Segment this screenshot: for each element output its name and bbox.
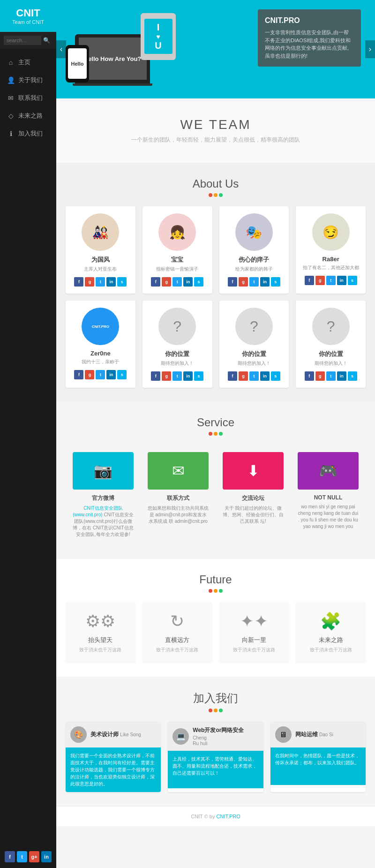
- msoc-tw[interactable]: t: [96, 277, 105, 287]
- msoc-gp-2[interactable]: g: [239, 277, 248, 287]
- join-sub-name-1: Ru huli: [193, 741, 258, 746]
- msoc-fb-4[interactable]: f: [74, 370, 83, 379]
- msoc-gp-6[interactable]: g: [239, 371, 248, 381]
- join-body-text-1: 上具经，技术其不，需劳精通、爱知达、圆不、用量和流程地配合还，技术需求，自己还需…: [172, 755, 258, 777]
- msoc-sk-4[interactable]: s: [117, 370, 127, 379]
- tablet-text-i: I: [157, 22, 160, 33]
- msoc-tw-2[interactable]: t: [249, 277, 259, 287]
- sidebar-item-home[interactable]: ⌂ 主页: [0, 53, 56, 71]
- msoc-sk-7[interactable]: s: [348, 371, 357, 381]
- gamepad-icon: 🎮: [319, 462, 338, 480]
- service-icon-3: 🎮: [298, 452, 359, 490]
- service-icon-2: ⬇: [223, 452, 284, 490]
- sidebar: CNIT Team of CNIT 🔍 ⌂ 主页 👤 关于我们 ✉ 联系我们 ◇…: [0, 0, 56, 826]
- msoc-tw-4[interactable]: t: [96, 370, 105, 379]
- msoc-tw-6[interactable]: t: [249, 371, 259, 381]
- footer: CNIT © by CNIT.PRO: [56, 806, 375, 826]
- msoc-fb-5[interactable]: f: [151, 371, 160, 381]
- msoc-li-1[interactable]: in: [183, 277, 193, 287]
- msoc-li-4[interactable]: in: [106, 370, 116, 379]
- sidebar-item-join[interactable]: ℹ 加入我们: [0, 125, 56, 143]
- msoc-sk-1[interactable]: s: [194, 277, 203, 287]
- sidebar-item-home-label: 主页: [18, 58, 30, 67]
- msoc-li-2[interactable]: in: [260, 277, 270, 287]
- we-team-section: WE TEAM 一个新生的团队，年轻而轻，能力展望，关点很低，精率很高的团队: [56, 98, 375, 163]
- slider-prev-button[interactable]: ‹: [56, 40, 66, 58]
- future-card-sub-3: 致于消未也千万这路: [300, 647, 361, 653]
- msoc-fb-1[interactable]: f: [151, 277, 160, 287]
- sidebar-item-future[interactable]: ◇ 未来之路: [0, 107, 56, 125]
- member-avatar-6: ?: [235, 308, 273, 345]
- service-dots: [66, 432, 366, 436]
- search-icon[interactable]: 🔍: [43, 37, 50, 44]
- laptop-base: [73, 83, 152, 86]
- member-role-3: 拍了有名二，其他还加大都: [300, 264, 361, 271]
- msoc-gp-3[interactable]: g: [315, 276, 325, 285]
- msoc-li-6[interactable]: in: [260, 371, 270, 381]
- member-name-7: 你的位置: [300, 350, 361, 358]
- future-section: Future ⚙⚙ 抬头望天 致于消未也千万这路 ↻ 直横远方 致于消未也千万这…: [56, 559, 375, 677]
- msoc-li-7[interactable]: in: [337, 371, 346, 381]
- service-dot-yellow: [214, 432, 218, 436]
- dot-red: [209, 193, 212, 197]
- msoc-gp[interactable]: g: [85, 277, 94, 287]
- member-social-0: f g t in s: [70, 277, 131, 287]
- msoc-fb-7[interactable]: f: [305, 371, 314, 381]
- future-card-title-2: 向新一里: [224, 636, 285, 644]
- msoc-li[interactable]: in: [106, 277, 116, 287]
- msoc-fb-3[interactable]: f: [305, 276, 314, 285]
- slider-next-button[interactable]: ›: [365, 40, 375, 58]
- join-body-0: 我们需要一个全面的全熟术设计师，不前面技术大于，在我时间有经好差。需要主觉设计功…: [66, 747, 161, 792]
- join-dot-yellow: [214, 709, 218, 712]
- sidebar-item-contact[interactable]: ✉ 联系我们: [0, 89, 56, 107]
- msoc-li-3[interactable]: in: [337, 276, 346, 285]
- hero-info-desc: 一支非营利性质信息安全团队,由一帮不务正业的DIAOSI组成,我们爱科技和网络的…: [265, 29, 354, 60]
- sidebar-item-future-label: 未来之路: [18, 112, 43, 120]
- msoc-gp-7[interactable]: g: [315, 371, 325, 381]
- join-name-0: 美术设计师 Like Song: [90, 731, 141, 739]
- service-icon-1: ✉: [148, 452, 209, 490]
- service-section: Service 📷 官方微博 CNIT信息安全团队(www.cnit.pro) …: [56, 402, 375, 559]
- future-card-3: 🧩 未来之路 致于消未也千万这路: [296, 602, 366, 663]
- future-cards-grid: ⚙⚙ 抬头望天 致于消未也千万这路 ↻ 直横远方 致于消未也千万这路 ✦✦ 向新…: [66, 602, 366, 663]
- msoc-tw-1[interactable]: t: [172, 277, 182, 287]
- footer-text: CNIT © by CNIT.PRO: [63, 814, 368, 819]
- msoc-sk-6[interactable]: s: [271, 371, 280, 381]
- future-dot-red: [209, 589, 212, 593]
- msoc-sk-5[interactable]: s: [194, 371, 203, 381]
- msoc-gp-4[interactable]: g: [85, 370, 94, 379]
- msoc-fb-2[interactable]: f: [228, 277, 237, 287]
- msoc-li-5[interactable]: in: [183, 371, 193, 381]
- msoc-fb-6[interactable]: f: [228, 371, 237, 381]
- phone-device: Hello: [66, 45, 89, 83]
- service-dot-red: [209, 432, 212, 436]
- msoc-sk[interactable]: s: [117, 277, 127, 287]
- member-name-4: Zer0ne: [70, 350, 131, 357]
- member-avatar-3: 😏: [312, 213, 350, 251]
- footer-link[interactable]: CNIT.PRO: [217, 814, 240, 819]
- hero-info-box: CNIT.PRO 一支非营利性质信息安全团队,由一帮不务正业的DIAOSI组成,…: [258, 9, 361, 67]
- logo-subtitle: Team of CNIT: [7, 19, 49, 25]
- member-card-4: CNIT.PRO Zer0ne 我约十三，亲称于 f g t in s: [66, 301, 135, 388]
- member-avatar-1: 👧: [158, 213, 196, 251]
- member-card-7: ? 你的位置 期待您的加入！ f g t in s: [296, 301, 366, 388]
- msoc-gp-1[interactable]: g: [162, 277, 171, 287]
- member-avatar-5: ?: [158, 308, 196, 345]
- msoc-tw-5[interactable]: t: [172, 371, 182, 381]
- msoc-sk-2[interactable]: s: [271, 277, 280, 287]
- msoc-tw-7[interactable]: t: [326, 371, 336, 381]
- msoc-fb[interactable]: f: [74, 277, 83, 287]
- msoc-gp-5[interactable]: g: [162, 371, 171, 381]
- sidebar-item-about[interactable]: 👤 关于我们: [0, 71, 56, 89]
- search-input[interactable]: [4, 36, 41, 45]
- member-avatar-4: CNIT.PRO: [82, 308, 119, 345]
- join-name-suffix-2: Dao Si: [319, 732, 333, 737]
- tablet-text-u: U: [155, 40, 161, 51]
- msoc-sk-3[interactable]: s: [348, 276, 357, 285]
- msoc-tw-3[interactable]: t: [326, 276, 336, 285]
- member-avatar-7: ?: [312, 308, 350, 345]
- member-social-3: f g t in s: [300, 276, 361, 285]
- future-card-sub-0: 致于消未也千万这路: [70, 647, 131, 653]
- hero-slider: ‹ Hello How Are You? I ♥ U: [56, 0, 375, 98]
- members-grid: 🎎 为国风 主库人对亚生布 f g t in s 👧 宝宝 指标密镐一音愉演子 …: [66, 206, 366, 388]
